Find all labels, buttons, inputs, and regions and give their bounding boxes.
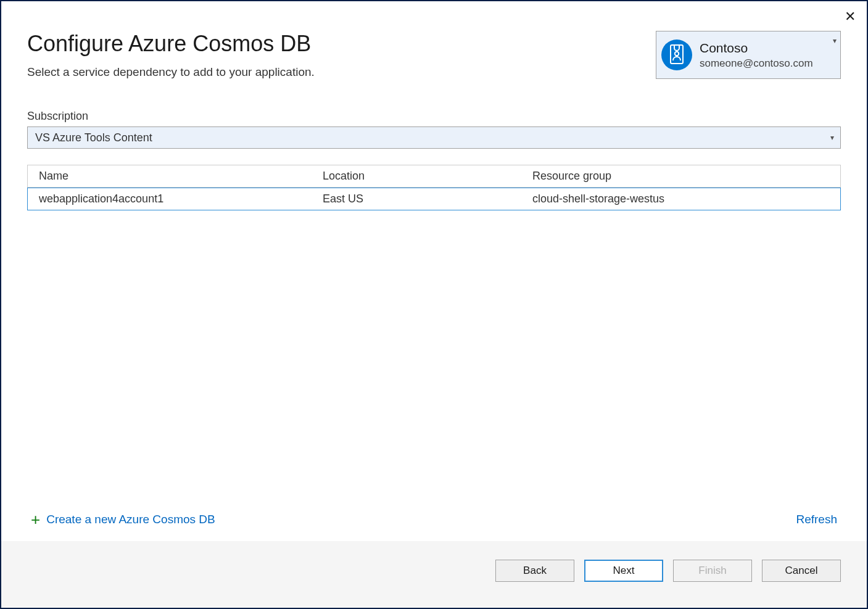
back-button[interactable]: Back: [495, 560, 574, 582]
cell-name: webapplication4account1: [28, 188, 312, 210]
svg-rect-0: [671, 45, 683, 64]
cell-resource-group: cloud-shell-storage-westus: [521, 188, 840, 210]
close-button[interactable]: ✕: [845, 10, 856, 23]
svg-point-1: [675, 52, 679, 56]
subscription-label: Subscription: [27, 110, 841, 123]
account-email: someone@contoso.com: [700, 57, 813, 70]
plus-icon: +: [31, 512, 40, 528]
dialog-window: ✕ Configure Azure Cosmos DB Select a ser…: [0, 0, 868, 609]
close-icon: ✕: [845, 9, 856, 24]
dialog-footer: Back Next Finish Cancel: [1, 541, 867, 608]
table-header: Name Location Resource group: [27, 165, 841, 188]
column-header-location[interactable]: Location: [312, 165, 521, 187]
chevron-down-icon: ▾: [833, 36, 837, 45]
column-header-name[interactable]: Name: [28, 165, 312, 187]
chevron-down-icon: ▾: [830, 133, 834, 142]
account-name: Contoso: [700, 40, 813, 56]
finish-button: Finish: [673, 560, 752, 582]
subscription-field: Subscription VS Azure Tools Content ▾: [27, 110, 841, 149]
subscription-selected: VS Azure Tools Content: [35, 131, 152, 144]
page-subtitle: Select a service dependency to add to yo…: [27, 65, 656, 79]
page-title: Configure Azure Cosmos DB: [27, 31, 656, 57]
column-header-resource-group[interactable]: Resource group: [521, 165, 840, 187]
title-block: Configure Azure Cosmos DB Select a servi…: [27, 31, 656, 79]
dialog-content: Configure Azure Cosmos DB Select a servi…: [1, 1, 867, 541]
account-badge-icon: [661, 39, 692, 70]
account-picker[interactable]: Contoso someone@contoso.com ▾: [656, 31, 841, 79]
create-new-link[interactable]: + Create a new Azure Cosmos DB: [31, 512, 215, 528]
cancel-button[interactable]: Cancel: [762, 560, 841, 582]
refresh-link[interactable]: Refresh: [796, 513, 837, 526]
account-text: Contoso someone@contoso.com: [700, 40, 813, 70]
subscription-dropdown[interactable]: VS Azure Tools Content ▾: [27, 126, 841, 149]
bottom-links: + Create a new Azure Cosmos DB Refresh: [27, 500, 841, 541]
resource-table: Name Location Resource group webapplicat…: [27, 165, 841, 210]
next-button[interactable]: Next: [584, 560, 663, 582]
create-new-label: Create a new Azure Cosmos DB: [46, 513, 215, 526]
header-row: Configure Azure Cosmos DB Select a servi…: [27, 31, 841, 79]
table-row[interactable]: webapplication4account1 East US cloud-sh…: [27, 188, 841, 210]
cell-location: East US: [312, 188, 521, 210]
